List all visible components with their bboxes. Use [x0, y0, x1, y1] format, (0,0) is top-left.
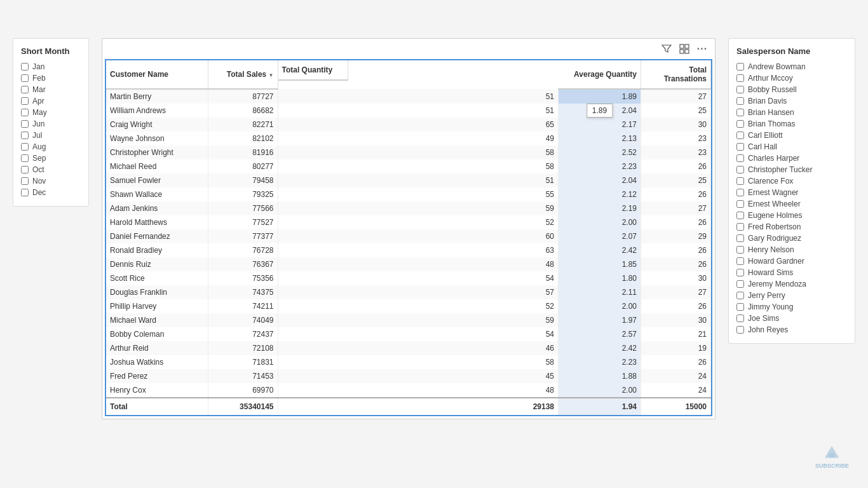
month-checkbox-jun[interactable] [21, 120, 29, 128]
month-filter-list: Jan Feb Mar Apr May Jun Jul Aug Sep Oct … [21, 61, 81, 198]
salesperson-checkbox-henry-nelson[interactable] [736, 246, 744, 254]
month-label-jun: Jun [32, 119, 44, 128]
cell-2: 60 [278, 229, 559, 243]
salesperson-checkbox-clarence-fox[interactable] [736, 177, 744, 185]
salesperson-checkbox-ernest-wheeler[interactable] [736, 200, 744, 208]
cell-4: 23 [641, 146, 711, 159]
table-row: Douglas Franklin74375572.1127 [106, 285, 711, 299]
month-checkbox-sep[interactable] [21, 154, 29, 162]
month-checkbox-jul[interactable] [21, 132, 29, 139]
table-row: Craig Wright82271652.1730 [106, 118, 711, 132]
month-label-jul: Jul [32, 131, 42, 140]
salesperson-name: Carl Elliott [748, 131, 783, 140]
salesperson-name: Andrew Bowman [748, 62, 806, 71]
cell-3: 1.891.89 [559, 89, 641, 104]
month-label-may: May [32, 108, 47, 117]
table-body: Martin Berry87727511.891.8927William And… [106, 89, 711, 398]
salesperson-name: Brian Davis [748, 97, 787, 105]
cell-2: 65 [278, 118, 559, 132]
col-header-customer-name[interactable]: Customer Name [106, 60, 208, 89]
salesperson-checkbox-carl-hall[interactable] [736, 143, 744, 151]
salesperson-checkbox-eugene-holmes[interactable] [736, 212, 744, 219]
table-view-icon[interactable] [678, 43, 691, 55]
col-header-total-transations[interactable]: Total Transations [641, 60, 711, 89]
salesperson-checkbox-charles-harper[interactable] [736, 154, 744, 162]
cell-2: 58 [278, 146, 559, 159]
month-checkbox-may[interactable] [21, 109, 29, 116]
cell-1: 72437 [208, 327, 278, 341]
data-table-wrapper[interactable]: Customer NameTotal Sales ▼Total Quantity… [105, 59, 712, 416]
cell-3: 2.23 [559, 159, 641, 173]
salesperson-checkbox-fred-robertson[interactable] [736, 223, 744, 231]
month-checkbox-mar[interactable] [21, 86, 29, 93]
footer-cell-0: Total [106, 398, 208, 415]
salesperson-checkbox-jeremy-mendoza[interactable] [736, 280, 744, 288]
col-header-total-sales[interactable]: Total Sales ▼ [208, 60, 278, 89]
salesperson-checkbox-brian-thomas[interactable] [736, 120, 744, 128]
salesperson-checkbox-howard-gardner[interactable] [736, 257, 744, 265]
salesperson-item-fred-robertson: Fred Robertson [736, 221, 847, 233]
cell-0: Samuel Fowler [106, 173, 208, 187]
cell-4: 25 [641, 173, 711, 187]
salesperson-checkbox-christopher-tucker[interactable] [736, 166, 744, 173]
salesperson-checkbox-jimmy-young[interactable] [736, 303, 744, 311]
month-checkbox-apr[interactable] [21, 97, 29, 105]
salesperson-checkbox-howard-sims[interactable] [736, 269, 744, 276]
cell-1: 71831 [208, 355, 278, 369]
cell-4: 26 [641, 355, 711, 369]
cell-2: 59 [278, 313, 559, 327]
salesperson-item-eugene-holmes: Eugene Holmes [736, 210, 847, 221]
cell-2: 51 [278, 89, 559, 104]
table-row: Michael Ward74049591.9730 [106, 313, 711, 327]
salesperson-checkbox-joe-sims[interactable] [736, 315, 744, 322]
month-label-jan: Jan [32, 62, 44, 71]
salesperson-checkbox-jerry-perry[interactable] [736, 292, 744, 299]
salesperson-checkbox-bobby-russell[interactable] [736, 86, 744, 93]
month-checkbox-aug[interactable] [21, 143, 29, 151]
salesperson-name: Arthur Mccoy [748, 74, 793, 83]
month-item-apr: Apr [21, 95, 81, 107]
salesperson-item-brian-hansen: Brian Hansen [736, 107, 847, 118]
col-header-total-quantity[interactable]: Total Quantity [278, 60, 348, 81]
cell-2: 46 [278, 341, 559, 355]
cell-2: 52 [278, 215, 559, 229]
salesperson-checkbox-brian-hansen[interactable] [736, 109, 744, 116]
cell-0: Craig Wright [106, 118, 208, 132]
more-options-icon[interactable]: ··· [696, 43, 709, 55]
cell-2: 58 [278, 159, 559, 173]
filter-icon[interactable] [660, 43, 673, 55]
salesperson-name: Ernest Wheeler [748, 200, 801, 208]
month-checkbox-dec[interactable] [21, 189, 29, 196]
footer-cell-2: 29138 [278, 398, 559, 415]
table-row: Dennis Ruiz76367481.8526 [106, 257, 711, 271]
month-checkbox-oct[interactable] [21, 166, 29, 173]
month-checkbox-jan[interactable] [21, 63, 29, 71]
salesperson-checkbox-carl-elliott[interactable] [736, 132, 744, 139]
month-item-aug: Aug [21, 141, 81, 152]
salesperson-checkbox-andrew-bowman[interactable] [736, 63, 744, 71]
salesperson-checkbox-john-reyes[interactable] [736, 326, 744, 334]
salesperson-item-john-reyes: John Reyes [736, 324, 847, 336]
cell-1: 79458 [208, 173, 278, 187]
table-row: Michael Reed80277582.2326 [106, 159, 711, 173]
month-checkbox-feb[interactable] [21, 74, 29, 82]
month-label-apr: Apr [32, 97, 44, 105]
salesperson-checkbox-brian-davis[interactable] [736, 97, 744, 105]
cell-1: 82102 [208, 132, 278, 146]
cell-1: 87727 [208, 89, 278, 104]
salesperson-checkbox-ernest-wagner[interactable] [736, 189, 744, 196]
cell-0: William Andrews [106, 104, 208, 118]
cell-3: 2.52 [559, 146, 641, 159]
cell-3: 2.12 [559, 187, 641, 201]
salesperson-item-arthur-mccoy: Arthur Mccoy [736, 72, 847, 84]
salesperson-checkbox-arthur-mccoy[interactable] [736, 74, 744, 82]
col-header-average-quantity[interactable]: Average Quantity [559, 60, 641, 89]
month-item-may: May [21, 107, 81, 118]
table-row: Bobby Coleman72437542.5721 [106, 327, 711, 341]
table-row: Adam Jenkins77566592.1927 [106, 201, 711, 215]
salesperson-checkbox-gary-rodriguez[interactable] [736, 234, 744, 242]
cell-4: 26 [641, 215, 711, 229]
month-checkbox-nov[interactable] [21, 177, 29, 185]
cell-3: 2.00 [559, 299, 641, 313]
month-label-aug: Aug [32, 142, 46, 151]
